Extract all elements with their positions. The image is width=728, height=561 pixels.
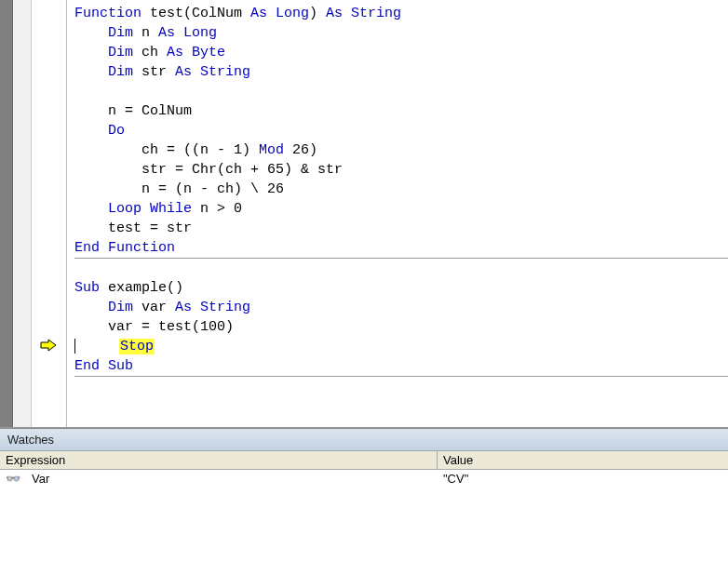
code-line[interactable]: Dim str As String — [74, 62, 728, 82]
code-pane[interactable]: Function test(ColNum As Long) As String … — [67, 0, 728, 427]
code-editor: Function test(ColNum As Long) As String … — [0, 0, 728, 428]
code-line[interactable]: str = Chr(ch + 65) & str — [74, 160, 728, 180]
code-line[interactable]: Function test(ColNum As Long) As String — [74, 4, 728, 23]
glasses-icon: 👓 — [0, 472, 26, 486]
watches-body: 👓Var"CV" — [0, 470, 728, 561]
procedure-separator — [74, 376, 728, 377]
code-line[interactable]: Sub example() — [74, 278, 728, 298]
code-line[interactable]: test = str — [74, 219, 728, 238]
code-line[interactable]: Dim ch As Byte — [74, 43, 728, 62]
watch-row[interactable]: 👓Var"CV" — [0, 470, 728, 488]
code-line[interactable]: var = test(100) — [74, 317, 728, 337]
code-line[interactable]: Dim n As Long — [74, 23, 728, 43]
code-line[interactable]: Dim var As String — [74, 298, 728, 317]
watches-header-expression[interactable]: Expression — [0, 451, 438, 469]
code-line[interactable]: Do — [74, 121, 728, 140]
execution-arrow-icon — [39, 339, 58, 352]
breakpoint-gutter[interactable] — [13, 0, 32, 427]
code-line[interactable]: n = (n - ch) \ 26 — [74, 180, 728, 199]
code-line[interactable]: Stop — [74, 337, 728, 356]
text-cursor — [74, 339, 75, 354]
watches-header-value[interactable]: Value — [438, 451, 728, 469]
watch-expression[interactable]: Var — [26, 472, 438, 486]
svg-marker-0 — [41, 340, 56, 351]
watches-panel: Watches Expression Value 👓Var"CV" — [0, 428, 728, 561]
code-line[interactable]: End Sub — [74, 356, 728, 376]
code-line[interactable] — [74, 259, 728, 278]
code-line[interactable]: ch = ((n - 1) Mod 26) — [74, 140, 728, 160]
code-line[interactable] — [74, 82, 728, 101]
watch-value: "CV" — [438, 472, 728, 486]
watches-title: Watches — [0, 429, 728, 451]
code-line[interactable]: End Function — [74, 238, 728, 258]
margin-indicator-gutter — [32, 0, 67, 427]
code-line[interactable]: Loop While n > 0 — [74, 199, 728, 219]
outer-gutter — [0, 0, 13, 427]
highlighted-stop: Stop — [119, 339, 155, 354]
watches-header: Expression Value — [0, 451, 728, 470]
code-line[interactable]: n = ColNum — [74, 101, 728, 121]
